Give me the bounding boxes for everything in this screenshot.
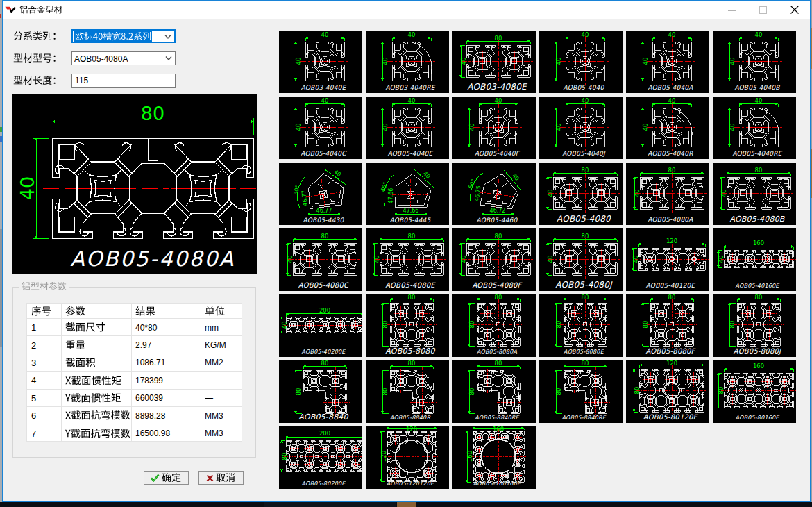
catalog-tile[interactable]: 20040AOB05-40200E <box>279 294 362 357</box>
catalog-tile[interactable]: 8080AOB05-8080F <box>626 294 709 357</box>
catalog-tile[interactable]: 8040AOB05-4080J <box>539 228 623 291</box>
catalog-tile[interactable]: 8040AOB05-4080F <box>452 228 536 291</box>
dimension-label: 80 <box>408 360 416 367</box>
catalog-tile[interactable]: 4040AOB05-4040F <box>452 97 536 159</box>
catalog-tile[interactable]: 8040AOB05-4080C <box>279 228 362 291</box>
catalog-tile[interactable]: 4040AOB05-4040R <box>626 97 709 159</box>
tile-label: AOB05-4080B <box>729 215 785 224</box>
table-cell <box>65 372 130 389</box>
catalog-tile[interactable]: 8080AOB05-8840R <box>366 360 449 423</box>
catalog-tile[interactable]: 8040AOB05-4080B <box>713 163 796 225</box>
catalog-tile[interactable]: 8080AOB05-8840 <box>279 360 362 423</box>
parameters-table[interactable]: 140*80mm22.97KG/M31086.71MM24178399—5660… <box>26 303 242 442</box>
catalog-tile[interactable]: 4040AOB05-4040B <box>713 31 796 93</box>
catalog-tile[interactable]: 16040AOB05-40160E <box>713 228 796 291</box>
dimension-label: 200 <box>319 430 330 437</box>
catalog-tile[interactable]: 4040AOB05-4040J <box>539 97 623 159</box>
catalog-tile[interactable]: 12080AOB05-80120E <box>626 360 709 423</box>
dimension-label: 120 <box>666 360 677 367</box>
catalog-tile[interactable]: 8080AOB05-8080A <box>452 294 536 357</box>
profile-preview-panel: 8040AOB05-4080A <box>12 94 257 274</box>
profile-thumbnail: 12080AOB05-80120E <box>626 360 709 423</box>
catalog-tile[interactable]: 60°46.754046.72AOB05-4460 <box>452 163 536 225</box>
profile-thumbnail: 4040AOB05-4040RE <box>713 97 796 159</box>
catalog-tile[interactable]: 45°47.664047.66AOB05-4445 <box>366 163 449 225</box>
catalog-tile[interactable]: 160160AOB05-160160E <box>452 426 536 489</box>
catalog-tile[interactable]: 20080AOB05-80200E <box>279 426 362 489</box>
series-combobox-chevron-icon[interactable] <box>164 34 171 40</box>
dimension-label: 80 <box>668 167 676 174</box>
series-combobox[interactable] <box>71 29 176 43</box>
profile-thumbnail: 8080AOB05-8840RF <box>539 360 623 423</box>
minimize-button[interactable] <box>716 1 747 19</box>
tile-label: AOB05-80120E <box>643 413 699 421</box>
catalog-tile[interactable]: 8040AOB05-4080A <box>626 163 709 225</box>
dimension-label: 80 <box>582 360 589 367</box>
dimension-label: 46.75 <box>474 185 482 202</box>
table-header-cell <box>205 304 242 319</box>
profile-thumbnail: 8040AOB05-4080F <box>452 228 536 291</box>
catalog-tile[interactable]: 8080AOB05-8080J <box>713 294 796 357</box>
dimension-label: 80 <box>755 167 763 174</box>
table-row-divider <box>27 442 242 442</box>
catalog-tile[interactable]: 8040AOB03-4080E <box>452 31 536 93</box>
tile-label: AOB05-8080J <box>734 347 781 355</box>
tile-label: AOB05-4040R <box>648 150 693 157</box>
backdrop-bottom-brown-block <box>397 502 416 507</box>
catalog-tile[interactable]: 8080AOB05-8080 <box>366 294 449 357</box>
profile-thumbnail: 8080AOB05-8080J <box>713 294 796 357</box>
profile-thumbnail: 8080AOB05-8840RE <box>452 360 536 423</box>
table-cell <box>65 407 130 424</box>
dimension-label: 80 <box>281 453 288 460</box>
catalog-tile[interactable]: 4040AOB05-4040RE <box>713 97 796 159</box>
parameters-group-title <box>19 282 69 291</box>
dimension-label: 120 <box>406 426 417 433</box>
dimension-label: 80 <box>582 294 589 301</box>
model-combobox[interactable]: AOB05-4080A <box>71 51 176 65</box>
dimension-label: 80 <box>408 294 416 301</box>
catalog-tile[interactable]: 4040AOB05-4040A <box>626 31 709 93</box>
dimension-label: 40 <box>511 172 520 182</box>
catalog-tile[interactable]: 8080AOB05-8840RE <box>452 360 536 423</box>
dimension-label: 40 <box>373 256 380 263</box>
table-cell <box>65 424 130 442</box>
ok-check-icon <box>151 474 160 482</box>
catalog-tile[interactable]: 8040AOB05-4080 <box>539 163 623 225</box>
tile-label: AOB05-8840 <box>298 413 348 422</box>
catalog-tile[interactable]: 30°46.774046.77AOB05-4430 <box>279 163 362 225</box>
profile-thumbnail: 8040AOB05-4080J <box>539 228 623 291</box>
model-combobox-chevron-icon[interactable] <box>165 56 172 61</box>
dimension-label: 46.72 <box>490 208 506 214</box>
tile-label: AOB05-8840RE <box>475 415 519 421</box>
title-bar[interactable] <box>3 1 810 19</box>
catalog-tile[interactable]: 120120AOB05-120120E <box>366 426 449 489</box>
catalog-tile[interactable]: 4040AOB03-4040E <box>279 31 362 93</box>
app-icon <box>4 6 17 14</box>
table-cell <box>65 336 130 354</box>
catalog-tile[interactable]: 4040AOB05-4040E <box>366 97 449 159</box>
table-cell: MM2 <box>205 354 242 372</box>
cancel-button[interactable] <box>198 471 244 485</box>
catalog-tile[interactable]: 4040AOB03-4040RE <box>366 31 449 93</box>
table-cell: mm <box>205 319 242 336</box>
maximize-button[interactable] <box>747 1 779 19</box>
profile-thumbnail: 12040AOB05-40120E <box>626 228 709 291</box>
angle-label: 30° <box>293 185 301 196</box>
catalog-tile[interactable]: 8080AOB05-8080E <box>539 294 623 357</box>
catalog-tile[interactable]: 8080AOB05-8840RF <box>539 360 623 423</box>
dimension-label: 40 <box>422 170 432 180</box>
dimension-label: 80 <box>642 321 649 329</box>
ok-button[interactable] <box>144 471 189 485</box>
catalog-tile[interactable]: 8040AOB05-4080E <box>366 228 449 291</box>
profile-thumbnail: 8040AOB05-4080C <box>279 228 362 291</box>
dimension-label: 47.66 <box>403 208 419 214</box>
tile-label: AOB03-4040E <box>301 84 347 91</box>
tile-label: AOB05-4040A <box>648 84 693 91</box>
catalog-tile[interactable]: 12040AOB05-40120E <box>626 228 709 291</box>
length-input[interactable]: 115 <box>71 74 176 88</box>
catalog-tile[interactable]: 16080AOB05-80160E <box>713 360 796 423</box>
dimension-label: 40 <box>720 190 727 197</box>
close-button[interactable] <box>779 1 810 19</box>
catalog-tile[interactable]: 4040AOB05-4040C <box>279 97 362 159</box>
catalog-tile[interactable]: 4040AOB05-4040 <box>539 31 623 93</box>
